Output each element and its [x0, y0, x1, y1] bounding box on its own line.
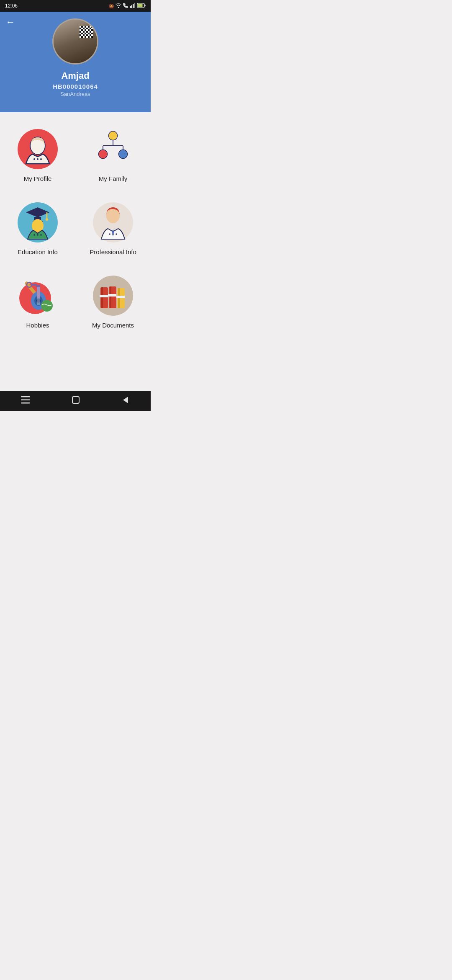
svg-rect-50: [31, 284, 37, 286]
back-button[interactable]: ←: [6, 17, 15, 28]
svg-rect-54: [101, 287, 103, 308]
svg-rect-6: [145, 5, 146, 6]
svg-point-11: [37, 158, 39, 160]
svg-rect-58: [108, 294, 116, 297]
svg-point-36: [109, 233, 110, 235]
my-family-label: My Family: [99, 175, 127, 182]
battery-icon: [137, 3, 146, 9]
avatar: [52, 18, 98, 64]
bottom-nav-home-icon[interactable]: [72, 396, 80, 406]
svg-point-30: [37, 234, 39, 236]
my-documents-label: My Documents: [92, 322, 134, 329]
svg-rect-51: [36, 286, 38, 287]
wifi-icon: [116, 3, 121, 9]
svg-point-12: [40, 158, 42, 160]
bottom-nav-menu-icon[interactable]: [21, 396, 30, 406]
my-profile-label: My Profile: [24, 175, 52, 182]
menu-item-education-info[interactable]: Education Info: [0, 190, 75, 263]
status-bar: 12:06 🔕: [0, 0, 151, 12]
svg-rect-63: [21, 399, 30, 400]
svg-point-38: [116, 233, 117, 235]
profile-location: SanAndreas: [60, 91, 90, 97]
svg-marker-66: [123, 397, 128, 403]
menu-grid: My Profile My Family: [0, 112, 151, 340]
my-family-icon: [92, 128, 134, 170]
svg-rect-57: [110, 286, 111, 308]
svg-rect-61: [116, 296, 125, 298]
svg-point-37: [112, 233, 114, 235]
hobbies-icon: [17, 275, 59, 317]
professional-info-label: Professional Info: [90, 248, 136, 255]
bottom-nav-back-icon[interactable]: [121, 396, 130, 406]
hobbies-label: Hobbies: [26, 322, 49, 329]
profile-header: ← Amjad HB000010064 SanAndreas: [0, 12, 151, 112]
svg-point-10: [33, 158, 35, 160]
profile-name: Amjad: [61, 70, 89, 81]
call-icon: [123, 3, 128, 9]
status-icons: 🔕: [109, 3, 146, 9]
signal-icon: [130, 3, 136, 9]
menu-item-hobbies[interactable]: Hobbies: [0, 263, 75, 336]
menu-item-professional-info[interactable]: Professional Info: [75, 190, 151, 263]
svg-rect-5: [138, 4, 143, 7]
svg-rect-1: [131, 5, 133, 8]
svg-point-23: [119, 150, 127, 158]
bottom-nav: [0, 391, 151, 411]
svg-rect-64: [21, 402, 30, 404]
svg-point-31: [40, 234, 42, 236]
education-info-label: Education Info: [18, 248, 58, 255]
svg-point-14: [109, 132, 117, 140]
menu-item-my-family[interactable]: My Family: [75, 116, 151, 190]
svg-rect-65: [72, 397, 79, 403]
my-profile-icon: [17, 128, 59, 170]
profile-id: HB000010064: [53, 83, 98, 90]
svg-point-21: [99, 150, 107, 158]
svg-rect-2: [133, 4, 134, 8]
svg-point-29: [33, 234, 35, 236]
svg-rect-3: [134, 3, 136, 8]
education-info-icon: [17, 201, 59, 243]
svg-point-33: [46, 218, 48, 221]
mute-icon: 🔕: [109, 4, 114, 8]
svg-rect-0: [130, 6, 131, 8]
my-documents-icon: [92, 275, 134, 317]
svg-rect-55: [100, 295, 108, 297]
menu-item-my-documents[interactable]: My Documents: [75, 263, 151, 336]
svg-rect-62: [21, 396, 30, 397]
professional-info-icon: [92, 201, 134, 243]
status-time: 12:06: [5, 3, 18, 9]
menu-item-my-profile[interactable]: My Profile: [0, 116, 75, 190]
